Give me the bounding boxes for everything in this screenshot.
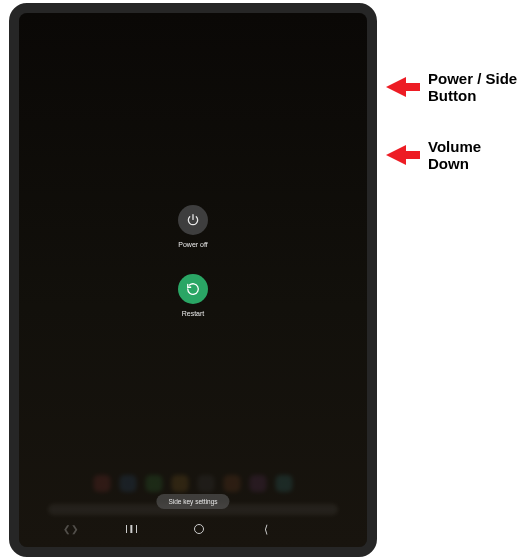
power-off-button[interactable]: Power off [178, 205, 208, 248]
blurred-app-icon [146, 475, 163, 492]
side-key-label: Side key settings [168, 498, 217, 505]
navigation-bar: ❮❯ ⟨ x [19, 519, 367, 539]
blurred-app-icon [120, 475, 137, 492]
nav-recent-button[interactable] [116, 519, 146, 539]
annotation-power: Power / Side Button [386, 70, 517, 105]
blurred-app-icon [172, 475, 189, 492]
side-sensor [369, 291, 374, 296]
annotation-volume: Volume Down [386, 138, 521, 173]
restart-icon [178, 274, 208, 304]
restart-label: Restart [182, 310, 205, 317]
front-camera [190, 6, 196, 12]
arrow-icon [386, 145, 406, 165]
side-key-settings-button[interactable]: Side key settings [156, 494, 229, 509]
arrow-icon [386, 77, 406, 97]
blurred-app-icon [250, 475, 267, 492]
power-off-label: Power off [178, 241, 207, 248]
power-icon [178, 205, 208, 235]
nav-home-button[interactable] [184, 519, 214, 539]
nav-left-toggle[interactable]: ❮❯ [63, 524, 79, 534]
annotation-volume-label: Volume Down [428, 138, 521, 173]
blurred-app-icon [198, 475, 215, 492]
physical-power-button[interactable] [376, 81, 377, 115]
physical-volume-button[interactable] [376, 141, 377, 201]
tablet-device-frame: Power off Restart Side key settings ❮❯ [9, 3, 377, 557]
annotation-power-label: Power / Side Button [428, 70, 517, 105]
blurred-dock [94, 475, 293, 492]
blurred-app-icon [94, 475, 111, 492]
nav-back-button[interactable]: ⟨ [251, 519, 281, 539]
tablet-screen: Power off Restart Side key settings ❮❯ [19, 13, 367, 547]
power-menu: Power off Restart [19, 205, 367, 317]
blurred-app-icon [224, 475, 241, 492]
blurred-app-icon [276, 475, 293, 492]
restart-button[interactable]: Restart [178, 274, 208, 317]
